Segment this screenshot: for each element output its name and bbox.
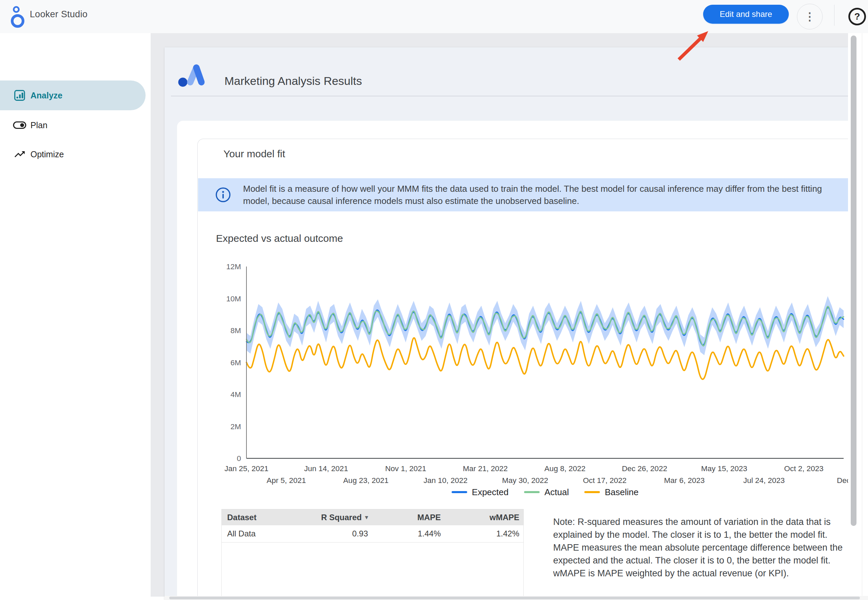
outcome-chart: 12M10M8M6M4M2M0Jan 25, 2021Jun 14, 2021N… — [203, 257, 848, 494]
info-icon — [215, 187, 231, 203]
table-cell: All Data — [222, 525, 285, 542]
sidebar-item-label: Optimize — [30, 150, 64, 159]
horizontal-scrollbar-thumb[interactable] — [169, 597, 860, 599]
sidebar-item-analyze[interactable]: Analyze — [0, 80, 146, 110]
x-tick-label: Oct 2, 2023 — [784, 464, 823, 473]
x-tick-label: Jul 24, 2023 — [743, 476, 785, 485]
table-cell: 1.42% — [445, 525, 524, 542]
help-icon: ? — [854, 12, 860, 21]
legend-swatch — [524, 491, 540, 493]
legend-label: Baseline — [605, 487, 638, 497]
page-title: Marketing Analysis Results — [225, 74, 362, 88]
legend-item-expected: Expected — [451, 487, 508, 497]
toggle-icon — [13, 121, 26, 130]
column-header-r-squared[interactable]: R Squared▾ — [285, 509, 373, 525]
y-tick-label: 8M — [231, 326, 241, 335]
sidebar-item-label: Plan — [30, 120, 47, 130]
y-tick-label: 12M — [226, 262, 241, 271]
sidebar-item-label: Analyze — [30, 91, 62, 100]
trending-up-icon — [13, 148, 26, 160]
legend-swatch — [584, 491, 600, 493]
sidebar: Analyze Plan Optimize — [0, 33, 150, 600]
looker-studio-app: Looker Studio Edit and share ⋮ ? Analyze — [0, 0, 868, 600]
more-options-button[interactable]: ⋮ — [797, 4, 822, 29]
info-banner-text: Model fit is a measure of how well your … — [243, 183, 839, 207]
topbar: Looker Studio Edit and share ⋮ ? — [0, 0, 868, 33]
y-tick-label: 4M — [231, 390, 241, 399]
content-gutter — [150, 47, 164, 597]
legend-item-baseline: Baseline — [584, 487, 638, 497]
x-tick-label: Jun 14, 2021 — [304, 464, 348, 473]
confidence-band — [246, 296, 844, 355]
content-background — [150, 33, 848, 47]
y-tick-label: 2M — [231, 423, 241, 431]
x-tick-label: Dec — [837, 476, 848, 485]
x-tick-label: Dec 26, 2022 — [622, 464, 667, 473]
x-tick-label: Aug 8, 2022 — [544, 464, 585, 473]
chart-title: Expected vs actual outcome — [216, 233, 343, 244]
topbar-divider — [834, 5, 835, 26]
table-header-row: DatasetR Squared▾MAPEwMAPE — [222, 509, 523, 525]
app-title: Looker Studio — [30, 9, 88, 20]
x-tick-label: Nov 1, 2021 — [385, 464, 426, 473]
header-divider — [171, 96, 848, 96]
x-tick-label: Jan 10, 2022 — [424, 476, 468, 485]
more-vertical-icon: ⋮ — [804, 11, 815, 22]
edit-and-share-button[interactable]: Edit and share — [703, 5, 789, 24]
column-header-wmape[interactable]: wMAPE — [445, 509, 524, 525]
table-row: All Data0.931.44%1.42% — [222, 525, 523, 542]
bar-chart-icon — [13, 89, 26, 102]
x-tick-label: May 30, 2022 — [502, 476, 548, 485]
x-tick-label: Mar 6, 2023 — [664, 476, 705, 485]
legend-label: Expected — [472, 487, 508, 497]
x-tick-label: May 15, 2023 — [701, 464, 747, 473]
looker-studio-logo-icon — [5, 4, 25, 29]
x-tick-label: Aug 23, 2021 — [343, 476, 389, 485]
y-tick-label: 6M — [231, 359, 241, 367]
x-tick-label: Apr 5, 2021 — [266, 476, 306, 485]
chart-line-baseline — [246, 338, 844, 379]
legend-swatch — [451, 491, 467, 493]
y-tick-label: 0 — [237, 454, 241, 463]
chart-legend: ExpectedActualBaseline — [246, 486, 844, 498]
x-tick-label: Oct 17, 2022 — [583, 476, 626, 485]
scrollbar-edge-divider — [862, 33, 862, 597]
sidebar-item-plan[interactable]: Plan — [0, 110, 146, 140]
table-cell: 0.93 — [285, 525, 373, 542]
x-tick-label: Jan 25, 2021 — [225, 464, 269, 473]
column-header-mape[interactable]: MAPE — [373, 509, 445, 525]
legend-label: Actual — [544, 487, 569, 497]
card-heading: Your model fit — [223, 148, 285, 160]
report-logo — [176, 62, 213, 88]
legend-item-actual: Actual — [524, 487, 569, 497]
y-tick-label: 10M — [226, 295, 241, 303]
column-header-dataset[interactable]: Dataset — [222, 509, 285, 525]
model-fit-table: DatasetR Squared▾MAPEwMAPEAll Data0.931.… — [221, 509, 524, 598]
vertical-scrollbar-thumb[interactable] — [851, 35, 856, 526]
table-cell: 1.44% — [373, 525, 445, 542]
sort-desc-icon: ▾ — [365, 514, 368, 521]
sidebar-item-optimize[interactable]: Optimize — [0, 139, 146, 169]
note-text: Note: R-squared measures the amount of v… — [553, 515, 850, 580]
x-tick-label: Mar 21, 2022 — [463, 464, 508, 473]
help-button[interactable]: ? — [848, 8, 866, 25]
